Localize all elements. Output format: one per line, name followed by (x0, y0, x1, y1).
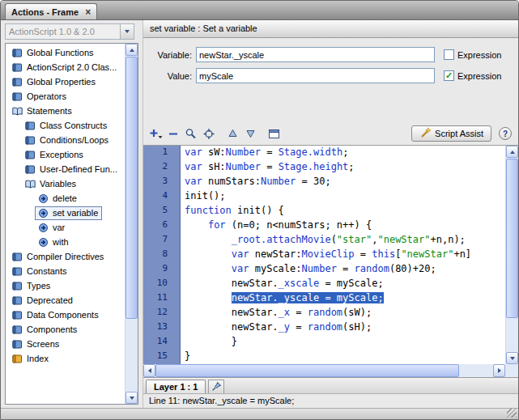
delete-script-item-button[interactable] (164, 125, 182, 142)
tree-item-types[interactable]: Types (6, 278, 125, 293)
tree-item-inner: delete (35, 192, 81, 206)
value-input[interactable] (196, 68, 435, 83)
tree-item-label: Variables (39, 179, 77, 189)
tree-item-components[interactable]: Components (6, 322, 125, 337)
code-line-12[interactable]: newStar._x = random(sW); (185, 307, 505, 321)
panel-tab-actions-frame[interactable]: Actions - Frame × (5, 3, 97, 19)
editor-hscrollbar-thumb[interactable] (155, 364, 459, 377)
code-line-3[interactable]: var numStars:Number = 30; (185, 176, 505, 190)
insert-target-path-button[interactable] (200, 125, 218, 142)
tree-scrollbar[interactable] (125, 44, 138, 404)
tree-item-conditions-loops[interactable]: Conditions/Loops (6, 133, 125, 147)
tree-item-var[interactable]: var (6, 220, 125, 235)
tree-item-user-defined-fun[interactable]: User-Defined Fun... (6, 162, 125, 176)
close-icon[interactable]: × (85, 7, 91, 17)
tree-item-global-properties[interactable]: Global Properties (6, 74, 125, 89)
editor-horizontal-scrollbar[interactable] (143, 364, 505, 377)
variable-input[interactable] (196, 47, 435, 62)
tree-item-delete[interactable]: delete (6, 191, 125, 206)
tree-item-set-variable[interactable]: set variable (6, 206, 125, 220)
move-up-icon (228, 129, 238, 138)
code-line-14[interactable]: } (185, 336, 505, 350)
move-up-button[interactable] (223, 125, 241, 142)
pin-script-button[interactable] (208, 380, 224, 393)
show-code-hint-button[interactable] (265, 125, 283, 142)
tree-item-operators[interactable]: Operators (6, 89, 125, 104)
code-line-15[interactable]: } (185, 350, 505, 364)
tree-item-global-functions[interactable]: Global Functions (6, 45, 125, 60)
code-line-2[interactable]: var sH:Number = Stage.height; (185, 161, 505, 176)
script-assist-button[interactable]: Script Assist (411, 125, 491, 142)
tree-item-label: var (52, 223, 66, 232)
value-expression-checkbox[interactable] (444, 70, 454, 81)
editor-hscrollbar-track[interactable] (155, 364, 493, 377)
book-icon (23, 135, 36, 146)
editor-scroll-down-button[interactable] (506, 352, 518, 364)
tree-item-screens[interactable]: Screens (6, 337, 125, 351)
line-number-7: 7 (143, 234, 168, 248)
resize-grip-icon[interactable] (507, 409, 517, 418)
action-icon (36, 237, 49, 248)
tree-scroll-up-button[interactable] (125, 44, 138, 56)
editor-vscrollbar-thumb[interactable] (506, 159, 518, 318)
code-line-6[interactable]: for (n=0; n<numStars; n++) { (185, 219, 505, 234)
tree-item-label: Components (26, 325, 78, 334)
code-line-8[interactable]: var newStar:MovieClip = this["newStar"+n… (185, 248, 505, 263)
code-line-1[interactable]: var sW:Number = Stage.width; (185, 146, 505, 161)
help-button[interactable]: ? (499, 127, 512, 140)
action-icon (36, 193, 49, 204)
chevron-down-icon[interactable] (120, 24, 134, 39)
tree-item-inner: Operators (9, 90, 70, 104)
add-script-item-button[interactable] (147, 125, 164, 142)
code-line-10[interactable]: newStar._xscale = myScale; (185, 278, 505, 292)
editor-vscrollbar-track[interactable] (506, 158, 518, 352)
find-replace-button[interactable] (182, 125, 200, 142)
book-icon (11, 48, 23, 58)
assist-body: Variable: Expression Value: Expression (143, 38, 518, 145)
tree-item-constants[interactable]: Constants (6, 264, 125, 278)
variable-expression-checkbox[interactable] (444, 49, 454, 60)
action-icon (36, 208, 49, 218)
actionscript-version-dropdown[interactable]: ActionScript 1.0 & 2.0 (5, 23, 134, 40)
index-book-icon (11, 354, 23, 364)
tree-item-index[interactable]: Index (6, 351, 125, 366)
code-line-5[interactable]: function init() { (185, 205, 505, 219)
tree-item-exceptions[interactable]: Exceptions (6, 147, 125, 162)
tree-item-with[interactable]: with (6, 235, 125, 249)
tree-scroll-down-button[interactable] (125, 392, 138, 404)
tree-item-actionscript-2-0-clas[interactable]: ActionScript 2.0 Clas... (6, 60, 125, 74)
tree-item-inner: Statements (9, 104, 76, 118)
status-bar: Line 11: newStar._yscale = myScale; (143, 393, 518, 408)
tree-item-data-components[interactable]: Data Components (6, 308, 125, 322)
actions-tree-box: Global Functions ActionScript 2.0 Clas..… (5, 43, 138, 405)
code-line-9[interactable]: var myScale:Number = random(80)+20; (185, 263, 505, 278)
assist-header: set variable : Set a variable (143, 20, 518, 38)
tree-item-statements[interactable]: Statements (6, 104, 125, 118)
panel-tab-label: Actions - Frame (11, 7, 79, 17)
editor-scroll-left-button[interactable] (143, 364, 155, 377)
tree-scrollbar-thumb[interactable] (125, 57, 138, 319)
move-down-button[interactable] (241, 125, 259, 142)
editor-bottom-bar (143, 364, 518, 377)
tree-item-inner: Conditions/Loops (22, 134, 113, 147)
code-line-4[interactable]: init(); (185, 190, 505, 205)
tree-item-compiler-directives[interactable]: Compiler Directives (6, 249, 125, 264)
editor-vertical-scrollbar[interactable] (505, 146, 518, 364)
code-line-13[interactable]: newStar._y = random(sH); (185, 321, 505, 336)
tree-item-inner: Components (9, 323, 81, 337)
tree-scrollbar-track[interactable] (125, 56, 138, 392)
tree-item-class-constructs[interactable]: Class Constructs (6, 118, 125, 133)
open-book-icon (11, 106, 23, 117)
code-area[interactable]: var sW:Number = Stage.width;var sH:Numbe… (181, 146, 505, 364)
tree-item-inner: Class Constructs (22, 119, 111, 133)
code-line-11[interactable]: newStar._yscale = myScale; (185, 292, 505, 307)
tree-item-deprecated[interactable]: Deprecated (6, 293, 125, 308)
editor-scroll-right-button[interactable] (493, 364, 505, 377)
line-number-12: 12 (143, 307, 168, 321)
code-line-7[interactable]: _root.attachMovie("star","newStar"+n,n); (185, 234, 505, 248)
tree-item-inner: Types (9, 279, 54, 293)
editor-scroll-up-button[interactable] (506, 146, 518, 158)
script-tab-layer1[interactable]: Layer 1 : 1 (146, 380, 206, 393)
tree-item-variables[interactable]: Variables (6, 176, 125, 191)
book-icon (11, 295, 23, 306)
